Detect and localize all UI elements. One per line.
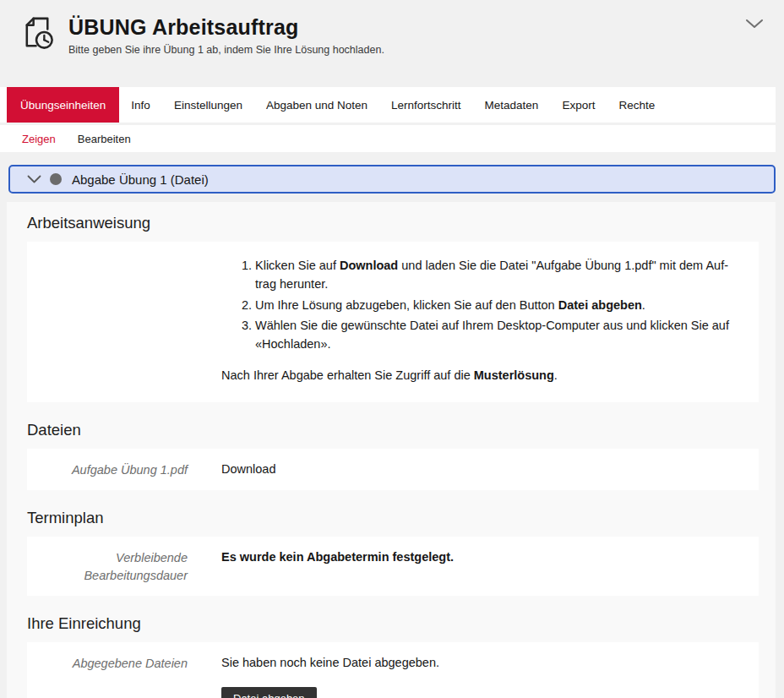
instructions-card: Klicken Sie auf Download und laden Sie d… [27,242,759,402]
instructions-label-spacer [27,257,188,385]
submit-file-button[interactable]: Datei abgeben [221,687,317,698]
page-title: ÜBUNG Arbeitsauftrag [68,14,384,40]
section-heading-files: Dateien [27,402,776,439]
subtab-zeigen[interactable]: Zeigen [22,133,56,145]
tab-metadaten[interactable]: Metadaten [473,87,551,123]
submission-row: Abgegebene Dateien Sie haben noch keine … [27,642,759,698]
tab-einstellungen[interactable]: Einstellungen [162,87,254,123]
instructions-note: Nach Ihrer Abgabe erhalten Sie Zugriff a… [221,367,735,385]
main-tab-bar: Übungseinheiten Info Einstellungen Abgab… [0,87,776,123]
instruction-item-1: Klicken Sie auf Download und laden Sie d… [255,257,735,294]
schedule-card: Verbleibende Bearbeitungsdauer Es wurde … [27,537,759,596]
schedule-row: Verbleibende Bearbeitungsdauer Es wurde … [27,537,759,596]
section-heading-instructions: Arbeitsanweisung [27,202,776,232]
files-card: Aufgabe Übung 1.pdf Download [27,449,759,491]
remaining-time-label: Verbleibende Bearbeitungsdauer [27,548,188,584]
section-heading-schedule: Terminplan [27,490,776,527]
tab-export[interactable]: Export [550,87,607,123]
submission-card: Abgegebene Dateien Sie haben noch keine … [27,642,759,698]
instructions-text: Klicken Sie auf Download und laden Sie d… [221,257,735,385]
section-heading-submission: Ihre Einreichung [27,596,776,633]
submitted-files-label: Abgegebene Dateien [27,654,188,698]
instruction-item-3: Wählen Sie die gewünschte Datei auf Ihre… [255,317,735,354]
tab-abgaben-und-noten[interactable]: Abgaben und Noten [254,87,379,123]
tab-uebungseinheiten[interactable]: Übungseinheiten [7,87,119,123]
status-dot-icon [50,173,62,185]
object-header: ÜBUNG Arbeitsauftrag Bitte geben Sie ihr… [0,0,784,87]
file-row: Aufgabe Übung 1.pdf Download [27,449,759,491]
submission-status-text: Sie haben noch keine Datei abgegeben. [221,656,439,669]
assignment-accordion-header[interactable]: Abgabe Übung 1 (Datei) [8,165,776,194]
instructions-list: Klicken Sie auf Download und laden Sie d… [221,257,735,354]
sub-tab-bar: Zeigen Bearbeiten [0,125,776,152]
chevron-down-icon [745,19,764,29]
exercise-icon [19,13,58,52]
page-subtitle: Bitte geben Sie ihre Übung 1 ab, indem S… [68,44,384,56]
deadline-status-text: Es wurde kein Abgabetermin festgelegt. [221,548,735,584]
download-link[interactable]: Download [221,462,276,476]
file-name-label: Aufgabe Übung 1.pdf [27,461,188,479]
instruction-item-2: Um Ihre Lösung abzugeben, klicken Sie au… [255,297,735,315]
header-collapse-button[interactable] [745,17,764,30]
tab-info[interactable]: Info [119,87,162,123]
assignment-title: Abgabe Übung 1 (Datei) [72,172,209,187]
chevron-down-icon [27,175,41,183]
assignment-content: Arbeitsanweisung Klicken Sie auf Downloa… [7,202,776,698]
tab-rechte[interactable]: Rechte [607,87,667,123]
subtab-bearbeiten[interactable]: Bearbeiten [78,133,131,145]
tab-lernfortschritt[interactable]: Lernfortschritt [379,87,473,123]
